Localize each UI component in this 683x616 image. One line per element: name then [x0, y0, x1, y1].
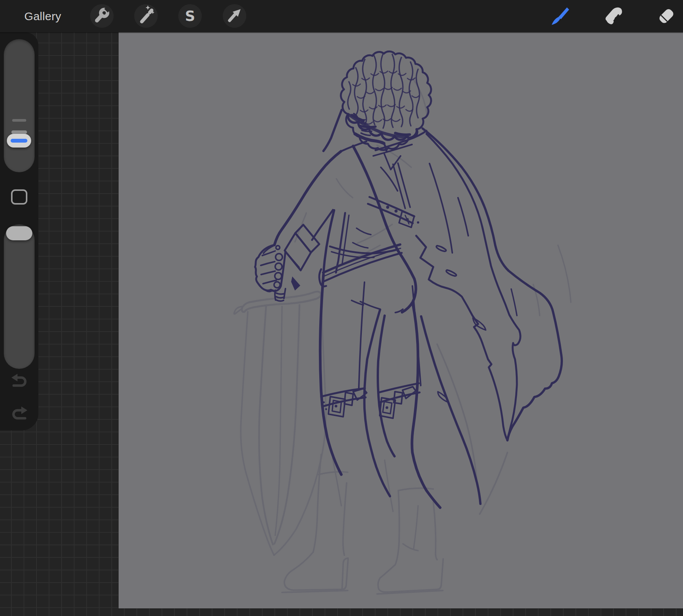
gallery-button[interactable]: Gallery	[24, 0, 61, 32]
left-thigh-strap	[321, 388, 367, 417]
sword-blade-left	[259, 306, 273, 545]
artwork-sketch	[119, 32, 683, 608]
cape-outer-edge	[423, 129, 562, 440]
undo-button[interactable]	[10, 373, 29, 389]
opacity-handle[interactable]	[6, 226, 32, 240]
right-thigh-strap	[379, 383, 420, 418]
svg-text:S: S	[185, 8, 195, 24]
redo-arrow-icon	[14, 406, 28, 418]
smudge-tool-button[interactable]	[603, 5, 625, 27]
top-toolbar: Gallery S	[0, 0, 683, 32]
brush-size-slider[interactable]	[4, 39, 35, 172]
brush-size-handle[interactable]	[7, 134, 31, 148]
paintbrush-icon	[549, 5, 571, 27]
handle-accent-bar	[11, 139, 27, 143]
slider-reference-tick	[11, 130, 27, 134]
legs	[320, 275, 440, 508]
arrow-cursor-icon	[223, 4, 246, 28]
ink-sketch-layer	[255, 51, 562, 508]
torso	[323, 146, 416, 313]
canvas-surface[interactable]	[119, 32, 683, 608]
magic-wand-icon	[134, 4, 158, 28]
adjustments-button[interactable]	[134, 4, 158, 28]
selection-s-icon: S	[178, 4, 202, 28]
paint-tool-button[interactable]	[549, 5, 571, 27]
actions-button[interactable]	[90, 4, 114, 28]
sword-silhouette	[241, 312, 274, 555]
undo-arrow-icon	[11, 374, 25, 386]
wrench-icon	[90, 4, 114, 28]
transform-button[interactable]	[223, 4, 246, 28]
side-toolbar	[0, 32, 38, 430]
smudge-finger-icon	[603, 5, 625, 27]
selection-button[interactable]: S	[178, 4, 202, 28]
eraser-icon	[655, 5, 677, 27]
modify-button[interactable]	[11, 189, 27, 205]
slider-reference-tick	[12, 119, 26, 122]
garter-straps	[359, 282, 421, 389]
workspace-background	[0, 32, 683, 616]
erase-tool-button[interactable]	[655, 5, 677, 27]
redo-button[interactable]	[10, 405, 29, 421]
opacity-slider[interactable]	[4, 224, 35, 369]
